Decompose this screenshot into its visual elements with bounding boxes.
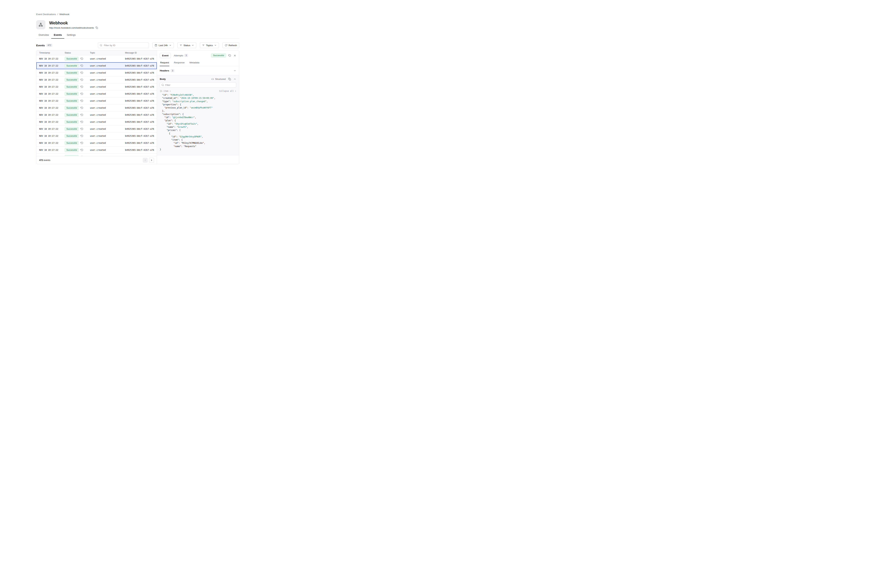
breadcrumb-event-destinations[interactable]: Event Destinations	[36, 13, 56, 16]
cell-message-id: b4925365-b8cf-42b7-a76…	[125, 86, 154, 88]
retry-icon[interactable]	[81, 106, 83, 109]
retry-icon[interactable]	[81, 86, 83, 88]
filter-by-id-search	[98, 42, 149, 48]
table-row[interactable]: NOV 18 10:17:22 Successful user.created …	[36, 55, 157, 62]
table-row[interactable]: NOV 18 10:17:22 Successful user.created …	[36, 132, 157, 140]
search-icon	[100, 44, 102, 46]
table-row[interactable]: NOV 18 10:17:22 Successful user.created …	[36, 62, 157, 69]
prev-page-button[interactable]	[143, 158, 148, 163]
cell-status: Successful	[65, 64, 90, 68]
subtab-response[interactable]: Response	[173, 60, 185, 66]
detail-tab-attempts[interactable]: Attempts 3	[171, 52, 190, 58]
retry-icon[interactable]	[81, 71, 83, 74]
table-footer: 472 events	[36, 156, 157, 164]
filter-icon	[202, 44, 204, 46]
cell-topic: user.created	[90, 106, 125, 109]
retry-icon[interactable]	[81, 128, 83, 130]
cell-timestamp: NOV 18 10:17:22	[39, 121, 65, 123]
table-row[interactable]: NOV 18 10:17:22 Successful user.created …	[36, 118, 157, 126]
table-row[interactable]: NOV 18 10:17:22 Successful user.created …	[36, 69, 157, 76]
refresh-button[interactable]: Refresh	[223, 42, 239, 48]
retry-icon[interactable]	[81, 78, 83, 81]
cell-topic: user.created	[90, 57, 125, 60]
event-status-badge: Successful	[211, 53, 226, 57]
topics-filter-button[interactable]: Topics	[200, 42, 219, 48]
collapse-all-button[interactable]: Collapse all ↑	[219, 90, 236, 92]
json-meta-row: {1 item ↑ Collapse all ↑	[160, 90, 236, 92]
cell-timestamp: NOV 18 10:17:22	[39, 128, 65, 130]
cell-topic: user.created	[90, 142, 125, 144]
tab-settings[interactable]: Settings	[64, 33, 78, 39]
chevron-right-icon	[150, 159, 153, 161]
headers-label: Headers	[160, 69, 169, 72]
collapse-body-button[interactable]	[233, 78, 236, 80]
cell-timestamp: NOV 18 10:17:22	[39, 100, 65, 102]
breadcrumb-webhook[interactable]: Webhook	[59, 13, 69, 16]
subtab-request[interactable]: Request	[160, 60, 169, 66]
chevron-down-icon	[169, 44, 171, 46]
detail-tab-event-label: Event	[162, 54, 168, 57]
copy-body-button[interactable]	[228, 78, 231, 80]
table-row[interactable]: NOV 18 10:17:22 Successful user.created …	[36, 140, 157, 147]
retry-icon[interactable]	[81, 114, 83, 116]
chevron-left-icon	[144, 159, 146, 161]
cell-status: Successful	[65, 106, 90, 110]
cell-timestamp: NOV 18 10:17:22	[39, 86, 65, 88]
json-viewer[interactable]: "id": "P2NoRtyZoTc46X3B","created_at": "…	[157, 93, 239, 155]
headers-accordion[interactable]: Headers 3	[157, 66, 239, 75]
retry-icon[interactable]	[81, 148, 83, 151]
retry-icon[interactable]	[81, 135, 83, 137]
table-row[interactable]: NOV 18 10:17:22 Successful user.created …	[36, 90, 157, 98]
cell-timestamp: NOV 18 10:17:22	[39, 64, 65, 67]
table-row[interactable]: NOV 18 10:17:22 Successful user.created …	[36, 104, 157, 111]
event-detail-panel: Event Attempts 3 Successful	[157, 50, 239, 164]
table-row[interactable]: NOV 18 10:17:22 Successful user.created …	[36, 83, 157, 90]
status-badge: Successful	[65, 71, 79, 75]
detail-tab-event[interactable]: Event	[160, 53, 171, 58]
cell-timestamp: NOV 18 10:17:22	[39, 57, 65, 60]
table-row[interactable]: NOV 18 10:17:22 Successful user.created …	[36, 111, 157, 118]
webhook-icon	[36, 20, 45, 29]
events-section-title: Events	[36, 44, 45, 47]
cell-message-id: b4925365-b8cf-42b7-a76…	[125, 114, 154, 116]
body-section-header: Body Structured	[157, 75, 239, 82]
table-row[interactable]: NOV 18 10:17:22 Successful user.created …	[36, 147, 157, 153]
retry-icon[interactable]	[81, 120, 83, 123]
webhook-url: http://mock.hookdeck.com/webhooks/events	[49, 27, 94, 29]
status-badge: Successful	[65, 57, 79, 61]
retry-icon[interactable]	[81, 99, 83, 102]
cell-timestamp: NOV 18 10:17:22	[39, 79, 65, 81]
page-title: Webhook	[49, 21, 98, 26]
cell-timestamp: NOV 18 10:17:22	[39, 72, 65, 74]
retry-icon[interactable]	[81, 64, 83, 67]
status-badge: Successful	[65, 92, 79, 96]
subtab-metadata[interactable]: Metadata	[189, 60, 200, 66]
tab-events[interactable]: Events	[51, 33, 64, 39]
tab-overview[interactable]: Overview	[36, 33, 51, 39]
table-row[interactable]: NOV 18 10:17:22 Successful user.created …	[36, 76, 157, 83]
cell-topic: user.created	[90, 135, 125, 137]
cell-topic: user.created	[90, 64, 125, 67]
table-row[interactable]: NOV 18 10:17:22 Successful user.created …	[36, 153, 157, 156]
retry-event-button[interactable]	[229, 54, 231, 57]
status-filter-button[interactable]: Status	[177, 42, 196, 48]
structured-toggle[interactable]: Structured	[211, 78, 226, 80]
status-badge: Successful	[65, 106, 79, 110]
retry-icon[interactable]	[81, 57, 83, 60]
close-panel-button[interactable]	[233, 54, 236, 57]
copy-url-button[interactable]	[96, 27, 98, 29]
calendar-icon	[155, 44, 157, 46]
arrow-up-icon: ↑	[235, 90, 236, 92]
filter-by-id-input[interactable]	[98, 42, 149, 48]
json-item-count[interactable]: {1 item ↑	[160, 90, 171, 92]
next-page-button[interactable]	[149, 158, 154, 163]
events-toolbar: Events 472 Last 24h	[36, 42, 239, 48]
table-row[interactable]: NOV 18 10:17:22 Successful user.created …	[36, 98, 157, 104]
cell-status: Successful	[65, 92, 90, 96]
table-row[interactable]: NOV 18 10:17:22 Successful user.created …	[36, 126, 157, 132]
retry-icon[interactable]	[81, 142, 83, 144]
retry-icon[interactable]	[81, 93, 83, 95]
time-range-button[interactable]: Last 24h	[152, 42, 174, 48]
detail-tab-attempts-label: Attempts	[174, 54, 183, 57]
body-filter-input[interactable]	[160, 82, 236, 87]
